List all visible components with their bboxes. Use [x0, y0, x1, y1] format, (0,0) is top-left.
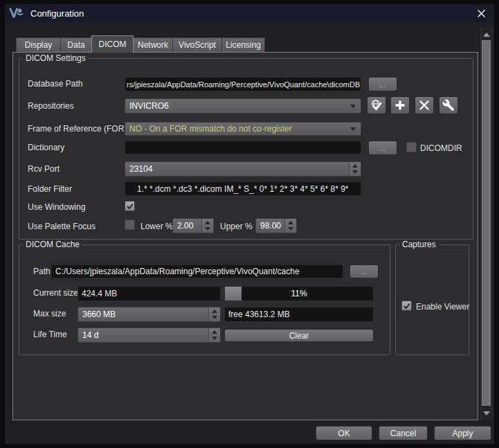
- repositories-dropdown[interactable]: INVICRO6: [125, 98, 361, 114]
- arrow-up-icon: [483, 33, 490, 37]
- current-size-label: Current size: [33, 288, 78, 298]
- dicom-settings-group: DICOM Settings Database Path rs/jpieszal…: [19, 58, 473, 240]
- life-time-spinbox[interactable]: 14 d: [78, 328, 221, 343]
- check-icon: [403, 302, 411, 310]
- use-windowing-label: Use Windowing: [28, 202, 85, 212]
- life-time-label: Life Time: [33, 330, 67, 339]
- spin-buttons[interactable]: [208, 307, 220, 321]
- tab-vivoscript[interactable]: VivoScript: [173, 37, 222, 53]
- configure-repository-button[interactable]: [439, 96, 458, 114]
- cache-progress-percent: 11%: [225, 287, 373, 301]
- rcv-port-label: Rcv Port: [28, 164, 60, 174]
- spin-buttons[interactable]: [284, 219, 296, 233]
- tab-content-pane: DICOM Settings Database Path rs/jpieszal…: [12, 52, 478, 420]
- dictionary-browse-button[interactable]: ...: [368, 141, 397, 155]
- enable-viewer-label: Enable Viewer: [416, 302, 469, 312]
- spin-up-icon[interactable]: [212, 330, 217, 334]
- plus-icon: [394, 99, 406, 111]
- dictionary-input[interactable]: [125, 141, 361, 154]
- vertical-scrollbar[interactable]: [480, 28, 492, 420]
- scroll-down-button[interactable]: [481, 408, 491, 418]
- repositories-label: Repositories: [28, 101, 74, 111]
- tab-bar: Display Data DICOM Network VivoScript Li…: [16, 35, 265, 53]
- check-icon: [126, 202, 134, 210]
- globe-check-icon: [370, 98, 384, 113]
- cancel-button[interactable]: Cancel: [379, 426, 428, 440]
- enable-viewer-checkbox[interactable]: [401, 301, 412, 311]
- dicom-cache-group: DICOM Cache Path C:/Users/jpieszala/AppD…: [19, 244, 390, 355]
- tab-data[interactable]: Data: [61, 37, 92, 53]
- use-windowing-checkbox[interactable]: [125, 201, 135, 211]
- cache-usage-progressbar: 11%: [224, 286, 374, 301]
- database-path-browse-button[interactable]: ...: [368, 77, 397, 91]
- use-palette-focus-checkbox[interactable]: [125, 219, 135, 230]
- captures-group: Captures Enable Viewer: [395, 244, 469, 355]
- spin-down-icon[interactable]: [205, 227, 210, 231]
- folder-filter-label: Folder Filter: [28, 184, 72, 194]
- spin-down-icon[interactable]: [212, 316, 217, 319]
- dicomdir-label: DICOMDIR: [420, 143, 462, 153]
- rcv-port-spinbox[interactable]: 23104: [125, 161, 361, 177]
- tab-display[interactable]: Display: [16, 37, 61, 53]
- upper-percent-label: Upper %: [220, 222, 253, 231]
- spin-buttons[interactable]: [349, 162, 361, 176]
- folder-filter-input[interactable]: 1.* *.dcm *.dc3 *.dicom IM_* S_* 0* 1* 2…: [125, 181, 361, 196]
- spin-up-icon[interactable]: [288, 221, 293, 224]
- vivoquant-logo: [9, 8, 24, 19]
- scroll-up-button[interactable]: [481, 29, 491, 39]
- clear-cache-button[interactable]: Clear: [224, 329, 374, 342]
- x-icon: [418, 99, 430, 111]
- remove-repository-button[interactable]: [415, 96, 434, 114]
- captures-group-title: Captures: [399, 240, 439, 249]
- lower-percent-spinbox[interactable]: 2.00: [172, 218, 214, 233]
- ok-button[interactable]: OK: [316, 426, 372, 440]
- database-path-input[interactable]: rs/jpieszala/AppData/Roaming/Perceptive/…: [125, 77, 361, 91]
- max-size-label: Max size: [33, 309, 66, 319]
- spin-down-icon[interactable]: [288, 227, 293, 231]
- spin-up-icon[interactable]: [212, 310, 217, 313]
- cache-path-label: Path: [33, 267, 51, 276]
- current-size-value: 424.4 MB: [78, 286, 221, 301]
- cache-path-input[interactable]: C:/Users/jpieszala/AppData/Roaming/Perce…: [51, 265, 343, 278]
- tab-licensing[interactable]: Licensing: [222, 37, 265, 53]
- use-palette-focus-label: Use Palette Focus: [28, 222, 96, 231]
- scrollbar-thumb[interactable]: [482, 40, 491, 406]
- spin-buttons[interactable]: [208, 328, 220, 342]
- frame-of-reference-label: Frame of Reference (FOR): [28, 124, 127, 134]
- close-icon[interactable]: [477, 9, 486, 18]
- spin-buttons[interactable]: [201, 219, 213, 233]
- apply-button[interactable]: Apply: [434, 426, 491, 440]
- dicom-settings-group-title: DICOM Settings: [23, 53, 89, 63]
- upper-percent-spinbox[interactable]: 98.00: [255, 218, 297, 233]
- frame-of-reference-dropdown[interactable]: NO - On a FOR mismatch do not co-registe…: [125, 122, 361, 136]
- wrench-icon: [442, 99, 455, 111]
- add-repository-button[interactable]: [390, 96, 410, 114]
- titlebar[interactable]: Configuration: [5, 4, 494, 22]
- lower-percent-label: Lower %: [140, 222, 173, 231]
- tab-dicom[interactable]: DICOM: [91, 35, 134, 53]
- free-space-value: free 43613.2 MB: [224, 307, 374, 322]
- dictionary-label: Dictionary: [28, 143, 64, 152]
- tab-network[interactable]: Network: [134, 37, 173, 53]
- dicom-cache-group-title: DICOM Cache: [23, 240, 82, 249]
- cache-path-browse-button[interactable]: ...: [350, 265, 379, 278]
- spin-up-icon[interactable]: [205, 221, 210, 224]
- spin-down-icon[interactable]: [352, 170, 358, 174]
- spin-down-icon[interactable]: [212, 337, 217, 340]
- chevron-down-icon: [350, 127, 356, 131]
- verify-repository-button[interactable]: [367, 96, 386, 114]
- dialog-body: Display Data DICOM Network VivoScript Li…: [5, 22, 494, 444]
- window-title: Configuration: [30, 8, 84, 19]
- arrow-down-icon: [483, 411, 490, 415]
- database-path-label: Database Path: [28, 79, 82, 89]
- spin-up-icon[interactable]: [352, 164, 358, 168]
- dicomdir-checkbox[interactable]: [406, 142, 417, 152]
- max-size-spinbox[interactable]: 3660 MB: [78, 307, 221, 322]
- chevron-down-icon: [350, 105, 356, 108]
